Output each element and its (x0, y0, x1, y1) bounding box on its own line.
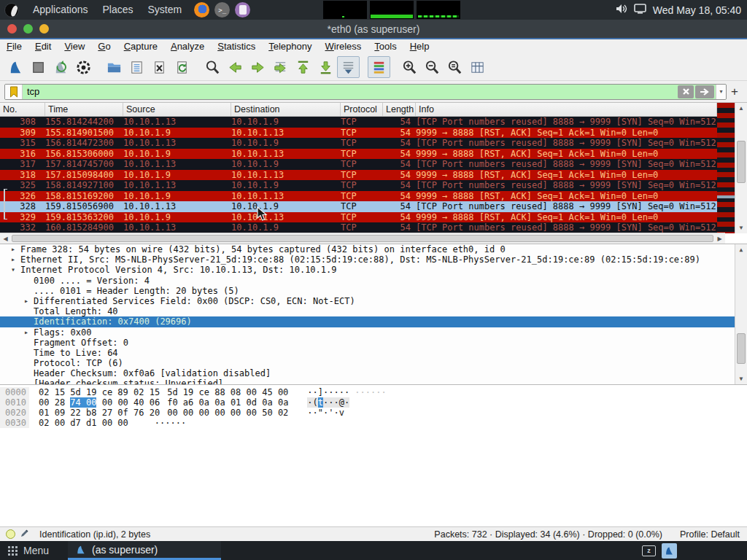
packet-list-scroll-thumb[interactable] (737, 141, 746, 183)
detail-line-11[interactable]: Protocol: TCP (6) (0, 358, 747, 368)
details-scrollbar[interactable]: ▲ ▼ (735, 244, 747, 384)
menu-help[interactable]: Help (403, 39, 436, 54)
volume-icon[interactable] (616, 4, 627, 16)
window-close-button[interactable] (7, 24, 17, 34)
go-last-packet-button[interactable] (314, 56, 337, 78)
hex-row-0020[interactable]: 002001 09 22 b8 27 0f 76 2000 00 00 00 0… (0, 408, 747, 418)
wireshark-task-button[interactable]: (as superuser) (68, 541, 221, 560)
packet-row-329[interactable]: 329159.81536320010.10.1.910.10.1.13TCP54… (0, 212, 717, 223)
filter-apply-button[interactable] (695, 85, 714, 98)
detail-line-8[interactable]: ▸Flags: 0x00 (0, 327, 747, 338)
packet-row-328[interactable]: 328159.81505690010.10.1.1310.10.1.9TCP54… (0, 201, 717, 212)
scroll-left-icon[interactable]: ◀ (0, 233, 11, 244)
menu-file[interactable]: File (0, 39, 28, 54)
go-back-button[interactable] (224, 56, 247, 78)
collapsed-arrow-icon[interactable]: ▸ (6, 244, 20, 254)
packet-row-317[interactable]: 317157.81474570010.10.1.1310.10.1.9TCP54… (0, 159, 717, 170)
menu-tools[interactable]: Tools (368, 39, 403, 54)
menu-telephony[interactable]: Telephony (262, 39, 318, 54)
panel-menu-applications[interactable]: Applications (26, 0, 96, 20)
scroll-right-icon[interactable]: ▶ (714, 233, 725, 244)
packet-row-332[interactable]: 332160.81528490010.10.1.1310.10.1.9TCP54… (0, 222, 717, 233)
open-file-button[interactable] (103, 56, 125, 78)
filter-dropdown-caret[interactable]: ▾ (716, 85, 726, 99)
go-to-packet-button[interactable] (269, 56, 292, 78)
menu-statistics[interactable]: Statistics (211, 39, 262, 54)
panel-clock[interactable]: Wed May 18, 05:40 (653, 4, 741, 16)
detail-line-4[interactable]: .... 0101 = Header Length: 20 bytes (5) (0, 286, 747, 296)
go-first-packet-button[interactable] (292, 56, 314, 78)
files-launcher-icon[interactable] (235, 2, 250, 18)
detail-line-9[interactable]: Fragment Offset: 0 (0, 338, 747, 348)
detail-line-13[interactable]: [Header checksum status: Unverified] (0, 378, 747, 384)
column-header-length[interactable]: Length (383, 103, 416, 116)
column-header-source[interactable]: Source (123, 103, 231, 116)
menu-analyze[interactable]: Analyze (164, 39, 211, 54)
column-header-destination[interactable]: Destination (231, 103, 341, 116)
zoom-original-button[interactable] (444, 56, 466, 78)
terminal-launcher-icon[interactable]: >_ (214, 2, 230, 18)
detail-line-5[interactable]: ▸Differentiated Services Field: 0x00 (DS… (0, 296, 747, 306)
hex-dump-pane[interactable]: 000002 15 5d 19 ce 89 02 155d 19 ce 88 0… (0, 384, 747, 526)
expert-info-icon[interactable] (6, 529, 15, 539)
panel-menu-system[interactable]: System (141, 0, 190, 20)
packet-row-318[interactable]: 318157.81509840010.10.1.910.10.1.13TCP54… (0, 170, 717, 181)
display-filter-field[interactable]: tcp ▾ (4, 84, 727, 100)
detail-line-6[interactable]: Total Length: 40 (0, 306, 747, 316)
resize-columns-button[interactable] (466, 56, 489, 78)
save-file-button[interactable] (125, 56, 148, 78)
hex-row-0030[interactable]: 003002 00 d7 d1 00 00······ (0, 418, 747, 428)
menu-wireless[interactable]: Wireless (319, 39, 368, 54)
go-forward-button[interactable] (247, 56, 269, 78)
firefox-launcher-icon[interactable] (194, 2, 209, 18)
collapsed-arrow-icon[interactable]: ▸ (19, 296, 34, 306)
menu-edit[interactable]: Edit (28, 39, 58, 54)
packet-list-minimap[interactable] (717, 103, 735, 233)
filter-bookmark-icon[interactable] (5, 85, 23, 99)
distro-logo-icon[interactable] (4, 3, 19, 18)
keyboard-layout-icon[interactable]: z (642, 545, 656, 556)
detail-line-1[interactable]: ▸Ethernet II, Src: MS-NLB-PhysServer-21_… (0, 254, 747, 265)
window-minimize-button[interactable] (39, 24, 49, 34)
packet-row-326[interactable]: 326158.81516920010.10.1.910.10.1.13TCP54… (0, 191, 717, 202)
close-file-button[interactable] (148, 56, 171, 78)
capture-comment-icon[interactable] (20, 529, 29, 540)
detail-line-2[interactable]: ▾Internet Protocol Version 4, Src: 10.10… (0, 265, 747, 275)
zoom-out-button[interactable] (421, 56, 444, 78)
menu-go[interactable]: Go (91, 39, 117, 54)
menu-view[interactable]: View (58, 39, 91, 54)
cpu-monitor-graph[interactable] (323, 1, 367, 19)
colorize-button[interactable] (368, 56, 390, 78)
hex-row-0010[interactable]: 001000 28 74 00 00 00 40 06f0 a6 0a 0a 0… (0, 397, 747, 408)
column-header-info[interactable]: Info (416, 103, 717, 116)
collapsed-arrow-icon[interactable]: ▸ (6, 254, 20, 265)
column-header-no[interactable]: No. (0, 103, 45, 116)
stop-capture-button[interactable] (27, 56, 50, 78)
window-titlebar[interactable]: *eth0 (as superuser) (0, 20, 747, 39)
start-capture-button[interactable] (4, 56, 27, 78)
packet-row-325[interactable]: 325158.81492710010.10.1.1310.10.1.9TCP54… (0, 180, 717, 191)
memory-monitor-graph[interactable] (370, 1, 414, 19)
packet-list-hscroll-thumb[interactable] (12, 235, 713, 242)
column-header-protocol[interactable]: Protocol (341, 103, 383, 116)
zoom-in-button[interactable] (398, 56, 421, 78)
taskbar-menu-button[interactable]: Menu (23, 545, 49, 556)
packet-row-309[interactable]: 309155.81490150010.10.1.910.10.1.13TCP54… (0, 128, 717, 139)
wireshark-tray-icon[interactable] (662, 543, 677, 559)
window-maximize-button[interactable] (23, 24, 33, 34)
find-packet-button[interactable] (201, 56, 224, 78)
details-scroll-down-icon[interactable]: ▼ (735, 373, 747, 384)
display-icon[interactable] (634, 4, 646, 16)
expanded-arrow-icon[interactable]: ▾ (6, 265, 20, 275)
packet-row-308[interactable]: 308155.81424420010.10.1.1310.10.1.9TCP54… (0, 117, 717, 128)
display-filter-input[interactable]: tcp (23, 86, 678, 97)
detail-line-3[interactable]: 0100 .... = Version: 4 (0, 276, 747, 286)
auto-scroll-button[interactable] (337, 56, 360, 78)
details-scroll-up-icon[interactable]: ▲ (735, 244, 747, 255)
filter-add-button[interactable]: + (727, 85, 743, 99)
detail-line-7[interactable]: Identification: 0x7400 (29696) (0, 316, 747, 327)
detail-line-12[interactable]: Header Checksum: 0xf0a6 [validation disa… (0, 368, 747, 378)
status-profile[interactable]: Profile: Default (680, 529, 740, 540)
scroll-up-icon[interactable]: ▲ (735, 103, 747, 114)
reload-file-button[interactable] (171, 56, 193, 78)
